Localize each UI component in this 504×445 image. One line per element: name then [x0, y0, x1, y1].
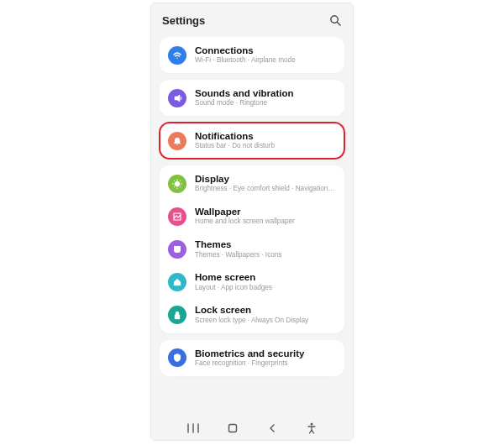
item-subtitle: Themes · Wallpapers · Icons	[195, 251, 281, 259]
sun-icon	[168, 175, 186, 193]
item-subtitle: Face recognition · Fingerprints	[195, 359, 304, 368]
item-label: Wallpaper	[195, 207, 295, 217]
item-label: Display	[195, 174, 336, 185]
item-subtitle: Home and lock screen wallpaper	[195, 217, 295, 226]
search-button[interactable]	[329, 14, 342, 27]
bell-icon	[168, 132, 186, 150]
settings-item-notifications[interactable]: Notifications Status bar · Do not distur…	[160, 124, 344, 157]
palette-icon	[168, 240, 186, 259]
item-subtitle: Wi-Fi · Bluetooth · Airplane mode	[195, 56, 296, 65]
settings-item-lock[interactable]: Lock screen Screen lock type · Always On…	[160, 298, 344, 331]
settings-group: Display Brightness · Eye comfort shield …	[160, 165, 344, 332]
speaker-icon	[168, 89, 186, 107]
item-subtitle: Status bar · Do not disturb	[195, 142, 275, 150]
item-label: Home screen	[195, 272, 272, 283]
item-label: Biometrics and security	[195, 348, 304, 359]
settings-item-biometrics[interactable]: Biometrics and security Face recognition…	[160, 342, 344, 374]
item-label: Sounds and vibration	[195, 88, 294, 99]
nav-accessibility-button[interactable]	[302, 419, 321, 437]
item-subtitle: Layout · App icon badges	[195, 284, 272, 292]
settings-group: Sounds and vibration Sound mode · Ringto…	[160, 80, 344, 116]
nav-home-icon	[227, 422, 239, 434]
nav-back-button[interactable]	[263, 419, 281, 437]
item-label: Themes	[195, 239, 281, 250]
svg-point-1	[310, 423, 312, 426]
settings-list: Connections Wi-Fi · Bluetooth · Airplane…	[151, 37, 353, 416]
item-subtitle: Brightness · Eye comfort shield · Naviga…	[195, 185, 336, 193]
lock-icon	[168, 306, 186, 324]
settings-group: Connections Wi-Fi · Bluetooth · Airplane…	[160, 37, 344, 73]
settings-item-display[interactable]: Display Brightness · Eye comfort shield …	[160, 167, 344, 200]
settings-item-connections[interactable]: Connections Wi-Fi · Bluetooth · Airplane…	[160, 39, 344, 71]
wifi-icon	[168, 46, 186, 65]
settings-group: Biometrics and security Face recognition…	[160, 340, 344, 376]
search-icon	[329, 14, 342, 27]
settings-item-home[interactable]: Home screen Layout · App icon badges	[160, 265, 344, 298]
item-subtitle: Sound mode · Ringtone	[195, 99, 294, 107]
item-label: Lock screen	[195, 305, 308, 316]
phone-frame: Settings Connections Wi-Fi · Bluetooth ·…	[151, 3, 353, 440]
back-icon	[267, 423, 277, 433]
settings-group-highlighted: Notifications Status bar · Do not distur…	[160, 123, 344, 159]
shield-icon	[168, 348, 186, 367]
home-icon	[168, 273, 186, 291]
svg-rect-0	[228, 425, 236, 432]
settings-item-wallpaper[interactable]: Wallpaper Home and lock screen wallpaper	[160, 200, 344, 233]
settings-item-sounds[interactable]: Sounds and vibration Sound mode · Ringto…	[160, 81, 344, 114]
settings-item-themes[interactable]: Themes Themes · Wallpapers · Icons	[160, 233, 344, 265]
item-label: Notifications	[195, 131, 275, 142]
item-subtitle: Screen lock type · Always On Display	[195, 317, 308, 325]
nav-recents-button[interactable]	[184, 419, 202, 437]
image-icon	[168, 207, 186, 226]
item-label: Connections	[195, 45, 296, 56]
page-title: Settings	[162, 14, 205, 27]
app-header: Settings	[151, 3, 353, 37]
nav-home-button[interactable]	[223, 419, 242, 437]
accessibility-icon	[307, 422, 317, 434]
nav-bar	[151, 416, 353, 440]
recents-icon	[187, 423, 199, 433]
